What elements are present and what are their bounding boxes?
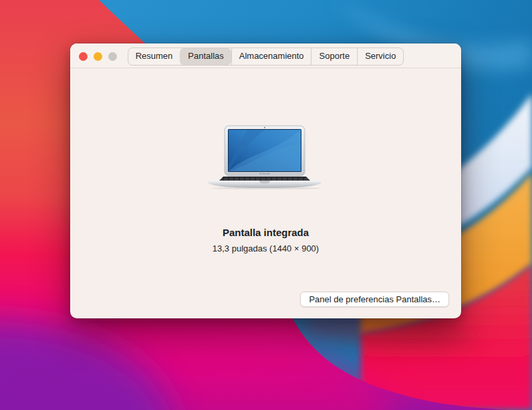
- tab-servicio[interactable]: Servicio: [357, 48, 403, 65]
- macbook-air-image: MacBook Air: [207, 125, 325, 189]
- close-button-icon[interactable]: [79, 52, 88, 61]
- toolbar-tabs: Resumen Pantallas Almacenamiento Soporte…: [128, 47, 404, 66]
- tab-almacenamiento[interactable]: Almacenamiento: [231, 48, 311, 65]
- window-titlebar[interactable]: Resumen Pantallas Almacenamiento Soporte…: [70, 43, 461, 68]
- pantallas-panel: MacBook Air Pantalla integrada 13,3 pulg…: [70, 68, 461, 318]
- tab-soporte[interactable]: Soporte: [311, 48, 358, 65]
- displays-preferences-button[interactable]: Panel de preferencias Pantallas…: [300, 292, 449, 307]
- display-title: Pantalla integrada: [70, 227, 461, 238]
- tab-pantallas[interactable]: Pantallas: [180, 48, 231, 65]
- device-label: MacBook Air: [259, 173, 270, 175]
- minimize-button-icon[interactable]: [94, 52, 102, 61]
- display-specs: 13,3 pulgadas (1440 × 900): [70, 243, 461, 253]
- zoom-button-icon: [108, 52, 117, 61]
- traffic-lights: [79, 52, 117, 61]
- tab-resumen[interactable]: Resumen: [128, 48, 180, 65]
- about-this-mac-window: Resumen Pantallas Almacenamiento Soporte…: [70, 43, 461, 318]
